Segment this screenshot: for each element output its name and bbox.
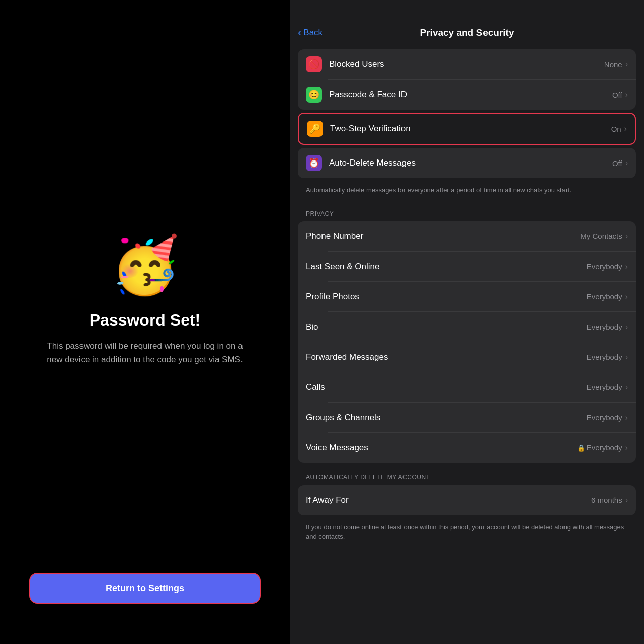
right-panel: ‹ Back Privacy and Security 🚫 Blocked Us… bbox=[290, 0, 644, 644]
two-step-verification-group: 🔑 Two-Step Verification On › bbox=[298, 113, 636, 145]
blocked-users-icon: 🚫 bbox=[306, 56, 322, 72]
blocked-users-chevron: › bbox=[625, 60, 628, 69]
auto-delete-item[interactable]: ⏰ Auto-Delete Messages Off › bbox=[298, 148, 636, 178]
auto-delete-label: Auto-Delete Messages bbox=[329, 158, 612, 168]
two-step-value: On bbox=[611, 125, 621, 133]
last-seen-chevron: › bbox=[625, 262, 628, 271]
voice-messages-value: 🔒Everybody bbox=[577, 443, 622, 452]
auto-delete-chevron: › bbox=[625, 158, 628, 168]
blocked-users-value: None bbox=[604, 60, 622, 69]
auto-delete-group: ⏰ Auto-Delete Messages Off › bbox=[298, 148, 636, 178]
voice-messages-item[interactable]: Voice Messages 🔒Everybody › bbox=[298, 433, 636, 463]
celebration-emoji: 🥳 bbox=[111, 237, 180, 293]
phone-number-label: Phone Number bbox=[306, 231, 580, 242]
header: ‹ Back Privacy and Security bbox=[290, 0, 644, 45]
back-button[interactable]: ‹ Back bbox=[298, 28, 323, 38]
settings-content: 🚫 Blocked Users None › 😊 Passcode & Face… bbox=[290, 45, 644, 644]
if-away-description: If you do not come online at least once … bbox=[298, 518, 636, 549]
return-to-settings-button[interactable]: Return to Settings bbox=[29, 573, 261, 604]
privacy-section-label: PRIVACY bbox=[298, 202, 636, 221]
last-seen-value: Everybody bbox=[587, 262, 622, 271]
voice-messages-chevron: › bbox=[625, 443, 628, 452]
voice-messages-label: Voice Messages bbox=[306, 443, 577, 453]
if-away-chevron: › bbox=[625, 496, 628, 505]
two-step-verification-item[interactable]: 🔑 Two-Step Verification On › bbox=[299, 114, 635, 144]
forwarded-messages-value: Everybody bbox=[587, 353, 622, 361]
passcode-faceid-item[interactable]: 😊 Passcode & Face ID Off › bbox=[298, 79, 636, 110]
auto-delete-description: Automatically delete messages for everyo… bbox=[298, 181, 636, 202]
calls-label: Calls bbox=[306, 382, 587, 392]
forwarded-messages-chevron: › bbox=[625, 353, 628, 362]
calls-chevron: › bbox=[625, 383, 628, 392]
auto-delete-icon: ⏰ bbox=[306, 155, 322, 171]
last-seen-label: Last Seen & Online bbox=[306, 262, 587, 272]
phone-number-value: My Contacts bbox=[580, 232, 622, 240]
two-step-label: Two-Step Verification bbox=[330, 124, 611, 134]
auto-delete-account-label: AUTOMATICALLY DELETE MY ACCOUNT bbox=[298, 466, 636, 485]
if-away-for-value: 6 months bbox=[591, 496, 622, 504]
groups-channels-value: Everybody bbox=[587, 413, 622, 422]
back-label: Back bbox=[303, 28, 323, 38]
calls-item[interactable]: Calls Everybody › bbox=[298, 372, 636, 403]
last-seen-item[interactable]: Last Seen & Online Everybody › bbox=[298, 252, 636, 282]
profile-photos-value: Everybody bbox=[587, 292, 622, 301]
passcode-label: Passcode & Face ID bbox=[329, 90, 612, 100]
forwarded-messages-item[interactable]: Forwarded Messages Everybody › bbox=[298, 342, 636, 372]
if-away-for-item[interactable]: If Away For 6 months › bbox=[298, 485, 636, 515]
lock-icon: 🔒 bbox=[577, 444, 585, 452]
bio-value: Everybody bbox=[587, 323, 622, 331]
if-away-group: If Away For 6 months › bbox=[298, 485, 636, 515]
bio-chevron: › bbox=[625, 323, 628, 332]
blocked-users-label: Blocked Users bbox=[329, 59, 604, 69]
bio-item[interactable]: Bio Everybody › bbox=[298, 312, 636, 342]
groups-channels-label: Groups & Channels bbox=[306, 413, 587, 423]
blocked-users-item[interactable]: 🚫 Blocked Users None › bbox=[298, 49, 636, 79]
if-away-for-label: If Away For bbox=[306, 495, 591, 505]
left-panel: 🥳 Password Set! This password will be re… bbox=[0, 0, 290, 644]
forwarded-messages-label: Forwarded Messages bbox=[306, 352, 587, 362]
phone-number-chevron: › bbox=[625, 232, 628, 241]
profile-photos-chevron: › bbox=[625, 292, 628, 301]
passcode-value: Off bbox=[612, 91, 622, 99]
calls-value: Everybody bbox=[587, 383, 622, 391]
two-step-icon: 🔑 bbox=[307, 121, 323, 137]
groups-channels-chevron: › bbox=[625, 413, 628, 422]
profile-photos-item[interactable]: Profile Photos Everybody › bbox=[298, 282, 636, 312]
passcode-chevron: › bbox=[625, 90, 628, 99]
privacy-group: Phone Number My Contacts › Last Seen & O… bbox=[298, 221, 636, 463]
profile-photos-label: Profile Photos bbox=[306, 292, 587, 302]
two-step-chevron: › bbox=[624, 124, 627, 133]
groups-channels-item[interactable]: Groups & Channels Everybody › bbox=[298, 403, 636, 433]
password-description: This password will be required when you … bbox=[44, 340, 246, 366]
security-group-top: 🚫 Blocked Users None › 😊 Passcode & Face… bbox=[298, 49, 636, 110]
passcode-icon: 😊 bbox=[306, 87, 322, 103]
bio-label: Bio bbox=[306, 322, 587, 332]
page-title: Privacy and Security bbox=[420, 27, 514, 38]
auto-delete-value: Off bbox=[612, 159, 622, 168]
password-set-title: Password Set! bbox=[90, 311, 201, 330]
back-chevron-icon: ‹ bbox=[298, 27, 301, 38]
phone-number-item[interactable]: Phone Number My Contacts › bbox=[298, 221, 636, 252]
